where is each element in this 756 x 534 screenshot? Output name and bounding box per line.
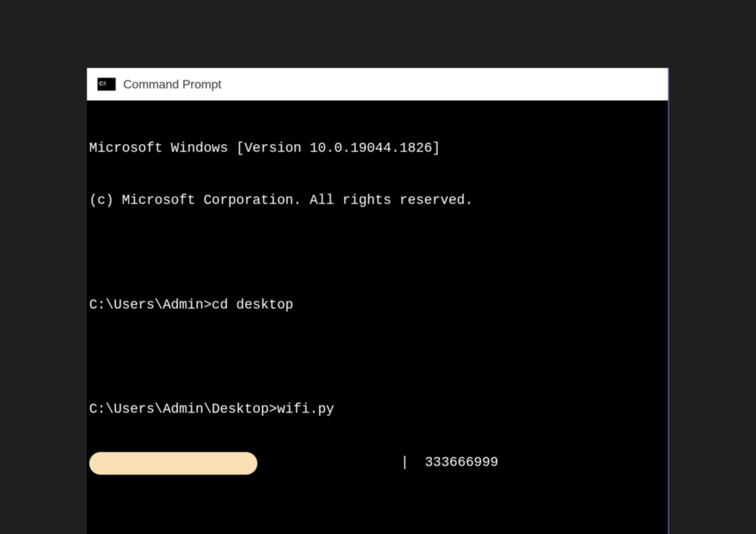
cmd-icon: [98, 78, 116, 91]
redaction-overlay: [89, 452, 257, 475]
output-line: | 333666999: [89, 451, 666, 474]
command-prompt-window: Command Prompt Microsoft Windows [Versio…: [87, 68, 669, 534]
command-text: wifi.py: [277, 401, 334, 417]
banner-line: (c) Microsoft Corporation. All rights re…: [89, 192, 666, 209]
prompt-path: C:\Users\Admin>: [89, 297, 212, 313]
blank-line: [89, 244, 666, 262]
terminal-area[interactable]: Microsoft Windows [Version 10.0.19044.18…: [87, 100, 668, 534]
command-text: cd desktop: [212, 297, 293, 313]
prompt-path: C:\Users\Admin\Desktop>: [89, 401, 277, 417]
titlebar[interactable]: Command Prompt: [87, 68, 668, 100]
blank-line: [89, 349, 666, 366]
banner-line: Microsoft Windows [Version 10.0.19044.18…: [89, 140, 666, 157]
output-value: 333666999: [425, 454, 498, 471]
window-title: Command Prompt: [123, 77, 222, 91]
prompt-line: C:\Users\Admin\Desktop>wifi.py: [89, 401, 666, 418]
prompt-line: C:\Users\Admin>cd desktop: [89, 296, 666, 314]
blank-line: [89, 509, 666, 526]
output-separator: |: [401, 454, 409, 471]
